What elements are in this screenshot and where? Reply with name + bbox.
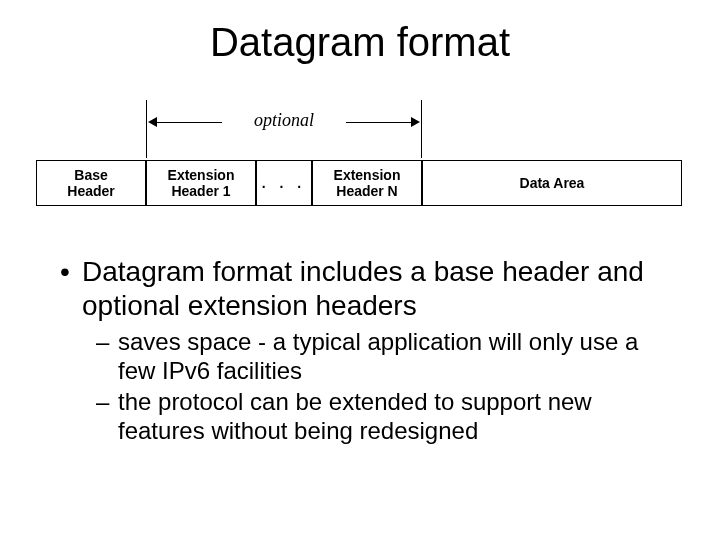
box-extn-line2: Header N — [313, 183, 421, 199]
box-base-header: Base Header — [36, 160, 146, 206]
box-data-area: Data Area — [422, 160, 682, 206]
box-ext1-line1: Extension — [147, 167, 255, 183]
optional-bracket: optional — [146, 100, 422, 160]
box-extension-header-1: Extension Header 1 — [146, 160, 256, 206]
sub-bullet-1: saves space - a typical application will… — [54, 328, 666, 386]
optional-label: optional — [146, 110, 422, 131]
box-extn-line1: Extension — [313, 167, 421, 183]
slide: Datagram format optional Base Header Ext… — [0, 0, 720, 540]
sub-bullet-2: the protocol can be extended to support … — [54, 388, 666, 446]
bullet-1: Datagram format includes a base header a… — [54, 255, 666, 322]
box-extension-header-n: Extension Header N — [312, 160, 422, 206]
box-ext1-line2: Header 1 — [147, 183, 255, 199]
slide-title: Datagram format — [0, 20, 720, 65]
box-base-line2: Header — [37, 183, 145, 199]
box-ellipsis: . . . — [256, 160, 312, 206]
datagram-diagram: Base Header Extension Header 1 . . . Ext… — [36, 160, 684, 208]
arrowhead-right-icon — [411, 117, 420, 127]
box-base-line1: Base — [37, 167, 145, 183]
body-text: Datagram format includes a base header a… — [54, 255, 666, 447]
bracket-line-right — [346, 122, 416, 123]
